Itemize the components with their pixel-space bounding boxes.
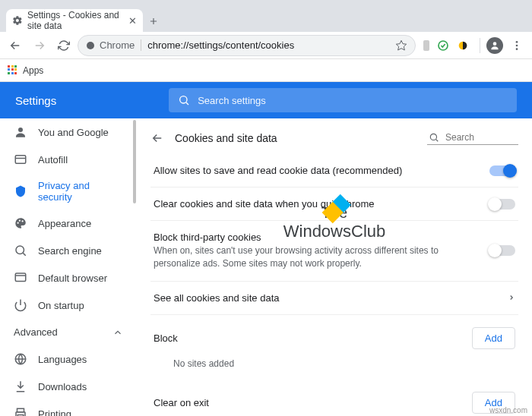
row-allow-cookies[interactable]: Allow sites to save and read cookie data… [150,154,518,188]
reload-button[interactable] [53,35,74,56]
svg-line-31 [436,140,439,142]
chevron-right-icon [508,294,515,301]
toggle-allow-cookies[interactable] [489,165,515,176]
add-block-button[interactable]: Add [472,327,515,349]
nav-you-and-google[interactable]: You and Google [0,118,137,146]
row-sublabel: When on, sites can't use your browsing a… [154,244,480,270]
close-icon[interactable]: ✕ [128,15,137,27]
svg-point-10 [516,44,518,46]
address-bar[interactable]: Chrome chrome://settings/content/cookies [78,35,416,56]
nav-languages[interactable]: Languages [0,345,137,373]
row-clear-on-quit[interactable]: Clear cookies and site data when you qui… [150,188,518,221]
extension-icon[interactable] [423,40,429,51]
svg-point-14 [18,128,23,132]
bookmarks-bar: Apps [0,59,532,82]
nav-label: Printing [38,408,71,417]
extension-icon[interactable] [457,39,469,52]
profile-button[interactable] [486,37,503,54]
autofill-icon [14,153,27,166]
star-icon[interactable] [395,39,407,52]
svg-point-9 [516,41,518,43]
chrome-icon [86,41,95,50]
nav-search-engine[interactable]: Search engine [0,237,137,264]
svg-point-19 [22,220,24,222]
nav-default-browser[interactable]: Default browser [0,264,137,292]
svg-rect-15 [15,156,26,164]
nav-label: Languages [38,354,87,365]
toolbar: Chrome chrome://settings/content/cookies [0,32,532,59]
back-button[interactable] [150,131,164,145]
svg-point-8 [493,42,497,46]
browser-icon [14,271,27,285]
print-icon [14,407,27,416]
svg-point-11 [516,48,518,50]
nav-on-startup[interactable]: On startup [0,292,137,319]
palette-icon [14,216,27,230]
back-button[interactable] [5,35,26,56]
nav-downloads[interactable]: Downloads [0,373,137,400]
svg-line-13 [186,102,188,105]
new-tab-button[interactable] [143,11,164,32]
panel-title: Cookies and site data [175,132,277,144]
panel-search-input[interactable] [445,132,506,143]
nav-label: Privacy and security [38,180,123,203]
section-title: Block [154,332,178,344]
toggle-block-third-party[interactable] [489,245,515,256]
search-icon [14,244,27,257]
settings-search[interactable] [169,88,517,112]
toggle-clear-on-quit[interactable] [489,199,515,210]
chevron-up-icon [112,327,123,338]
secure-label: Chrome [100,39,135,51]
empty-block: No sites added [150,354,518,380]
settings-search-input[interactable] [198,95,508,106]
search-icon [178,94,190,106]
row-label: Allow sites to save and read cookie data… [154,165,480,176]
settings-header: Settings [0,82,532,118]
nav-appearance[interactable]: Appearance [0,210,137,237]
nav-label: On startup [38,300,84,311]
footer-tag: wsxdn.com [489,406,527,414]
svg-point-12 [180,96,187,103]
settings-nav: You and Google Autofill Privacy and secu… [0,118,137,416]
extension-icon[interactable] [437,39,449,52]
nav-label: Autofill [38,154,68,165]
row-label: Block third-party cookies [154,232,480,243]
nav-label: Advanced [14,326,58,338]
section-clear-on-exit: Clear on exit Add [150,380,518,416]
tab-title: Settings - Cookies and site data [27,10,124,31]
row-see-all-cookies[interactable]: See all cookies and site data [150,282,518,315]
person-icon [14,125,27,139]
nav-privacy-security[interactable]: Privacy and security [0,173,137,210]
section-title: Clear on exit [154,397,209,408]
menu-button[interactable] [506,35,527,56]
nav-advanced[interactable]: Advanced [0,319,137,345]
search-icon [429,132,439,143]
browser-tab[interactable]: Settings - Cookies and site data ✕ [6,9,143,32]
svg-point-17 [17,222,19,224]
nav-label: Default browser [38,273,107,284]
panel-search[interactable] [427,131,518,145]
nav-label: Downloads [38,381,87,392]
gear-icon [12,15,23,26]
svg-rect-22 [15,273,26,282]
apps-icon[interactable] [8,65,18,76]
nav-autofill[interactable]: Autofill [0,146,137,173]
svg-line-21 [23,253,25,255]
extension-icons [419,39,473,52]
tabstrip: Settings - Cookies and site data ✕ [0,6,532,32]
shield-icon [14,184,27,198]
forward-button[interactable] [29,35,50,56]
nav-label: You and Google [38,127,109,138]
site-info[interactable]: Chrome [86,39,141,51]
row-block-third-party[interactable]: Block third-party cookies When on, sites… [150,221,518,282]
settings-panel: The WindowsClub Cookies and site data Al… [137,118,532,416]
svg-point-18 [19,220,21,222]
url-text: chrome://settings/content/cookies [147,39,389,51]
apps-label[interactable]: Apps [23,65,43,76]
svg-point-4 [87,42,94,49]
row-label: Clear cookies and site data when you qui… [154,198,480,210]
nav-label: Appearance [38,218,91,229]
download-icon [14,380,27,393]
nav-printing[interactable]: Printing [0,400,137,416]
power-icon [14,298,27,312]
